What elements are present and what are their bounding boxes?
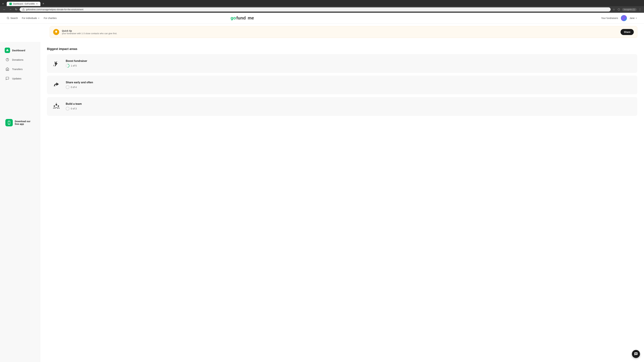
- team-svg: [51, 101, 62, 111]
- boost-progress: 1 of 5: [66, 64, 633, 67]
- url-text: gofundme.com/manage/wdywu-donate-for-the…: [26, 8, 608, 11]
- share-progress: 0 of 4: [66, 85, 633, 89]
- boost-content: Boost fundraiser 1 of 5: [66, 59, 633, 67]
- share-progress-circle: [66, 85, 70, 89]
- download-app-label: Download our free app: [15, 120, 35, 125]
- donations-svg: [6, 58, 9, 61]
- for-charities-nav[interactable]: For charities: [44, 17, 57, 19]
- content-area: Dashboard Donations Transfers Updates: [0, 42, 644, 362]
- transfers-icon: [5, 66, 10, 72]
- donations-icon: [5, 57, 10, 62]
- svg-point-1: [7, 17, 9, 19]
- for-individuals-nav[interactable]: For individuals: [22, 17, 40, 19]
- tab-title: Dashboard - GoFundMe: [13, 3, 35, 5]
- home-icon: [5, 48, 10, 53]
- share-button[interactable]: Share: [620, 29, 634, 35]
- share-content: Share early and often 0 of 4: [66, 81, 633, 89]
- reload-button[interactable]: ↻: [14, 7, 18, 12]
- sidebar-item-dashboard[interactable]: Dashboard: [3, 46, 38, 55]
- chat-button[interactable]: [632, 350, 640, 358]
- boost-progress-label: 1 of 5: [71, 64, 77, 67]
- incognito-label[interactable]: Incognito (2): [622, 8, 636, 11]
- for-individuals-label: For individuals: [22, 17, 37, 19]
- quick-tip-label: Quick tip: [62, 29, 117, 32]
- share-early-card[interactable]: Share early and often 0 of 4: [47, 76, 637, 94]
- svg-text:go: go: [230, 15, 236, 20]
- forward-button[interactable]: →: [8, 7, 13, 12]
- team-content: Build a team 0 of 3: [66, 102, 633, 110]
- browser-chrome: ▼ Dashboard - GoFundMe ✕ + ← → ↻ gofundm…: [0, 0, 644, 13]
- sidebar-dashboard-label: Dashboard: [12, 49, 25, 52]
- your-fundraisers-link[interactable]: Your fundraisers: [601, 17, 618, 19]
- share-svg: [51, 80, 62, 90]
- sidebar-item-donations[interactable]: Donations: [3, 55, 38, 64]
- transfers-svg: [6, 67, 9, 71]
- new-tab-button[interactable]: +: [41, 1, 46, 6]
- app-svg: [7, 121, 11, 125]
- active-tab[interactable]: Dashboard - GoFundMe ✕: [7, 2, 40, 6]
- lock-icon: [22, 8, 25, 11]
- sidebar: Dashboard Donations Transfers Updates: [0, 42, 40, 362]
- menu-icon[interactable]: ⋮: [638, 7, 642, 12]
- share-title: Share early and often: [66, 81, 633, 84]
- user-avatar[interactable]: [621, 15, 627, 21]
- section-title: Biggest impact areas: [47, 47, 637, 51]
- build-team-card[interactable]: Build a team 0 of 3: [47, 97, 637, 116]
- svg-point-9: [58, 105, 59, 107]
- sidebar-donations-label: Donations: [12, 58, 24, 61]
- tab-close-button[interactable]: ✕: [36, 3, 38, 5]
- top-nav: Search For individuals For charities go …: [0, 13, 644, 23]
- quick-tip-icon: [53, 29, 59, 35]
- toolbar-icons: ☆ ⬡ Incognito (2) ⋮: [612, 7, 642, 12]
- tab-nav-buttons: ▼: [1, 2, 5, 6]
- download-app-item[interactable]: Download our free app: [3, 116, 38, 129]
- chevron-down-icon: [38, 17, 40, 19]
- nav-right: Your fundraisers Jane: [601, 15, 637, 21]
- boost-progress-circle: [65, 63, 70, 68]
- browser-toolbar: ← → ↻ gofundme.com/manage/wdywu-donate-f…: [0, 6, 644, 13]
- bookmark-icon[interactable]: ☆: [612, 7, 616, 12]
- share-icon: [51, 80, 62, 90]
- tab-list-button[interactable]: ▼: [1, 2, 5, 6]
- main-content: Biggest impact areas Boost fundraiser: [40, 42, 644, 362]
- user-chevron-icon: [635, 17, 637, 19]
- svg-point-6: [54, 62, 56, 63]
- quick-tip-banner: Quick tip your fundraiser with 1-3 close…: [50, 26, 637, 38]
- chat-icon: [634, 352, 638, 356]
- download-app-wrapper: Download our free app: [3, 116, 38, 129]
- tab-bar: ▼ Dashboard - GoFundMe ✕ +: [0, 0, 644, 6]
- team-title: Build a team: [66, 102, 633, 105]
- logo-container[interactable]: go fund me: [230, 14, 258, 22]
- quick-tip-content: Quick tip your fundraiser with 1-3 close…: [62, 29, 117, 35]
- back-button[interactable]: ←: [2, 7, 7, 12]
- svg-rect-0: [23, 9, 24, 10]
- sidebar-item-updates[interactable]: Updates: [3, 74, 38, 83]
- team-icon: [51, 101, 62, 112]
- team-progress-label: 0 of 3: [71, 107, 77, 110]
- app-icon: [5, 119, 13, 126]
- updates-icon: [5, 76, 10, 81]
- quick-tip-text: your fundraiser with 1-3 close contacts …: [62, 32, 117, 35]
- search-nav-item[interactable]: Search: [7, 17, 18, 19]
- sidebar-transfers-label: Transfers: [12, 68, 23, 70]
- boost-fundraiser-card[interactable]: Boost fundraiser 1 of 5: [47, 54, 637, 73]
- tab-favicon: [10, 3, 12, 5]
- home-svg: [6, 49, 9, 52]
- svg-text:me: me: [248, 15, 254, 20]
- boost-icon: [51, 58, 62, 69]
- team-progress-circle: [66, 107, 70, 110]
- user-name[interactable]: Jane: [630, 17, 637, 19]
- boost-svg: [51, 58, 62, 68]
- svg-point-8: [54, 105, 55, 107]
- profile-icon[interactable]: ⬡: [617, 7, 621, 12]
- sidebar-item-transfers[interactable]: Transfers: [3, 65, 38, 73]
- svg-text:fund: fund: [236, 15, 246, 20]
- quick-tip-wrapper: Quick tip your fundraiser with 1-3 close…: [0, 23, 644, 38]
- page: Search For individuals For charities go …: [0, 13, 644, 362]
- search-label: Search: [10, 17, 18, 19]
- sidebar-updates-label: Updates: [12, 77, 22, 80]
- team-progress: 0 of 3: [66, 107, 633, 110]
- updates-svg: [6, 77, 9, 80]
- address-bar[interactable]: gofundme.com/manage/wdywu-donate-for-the…: [20, 7, 611, 11]
- for-charities-label: For charities: [44, 17, 57, 19]
